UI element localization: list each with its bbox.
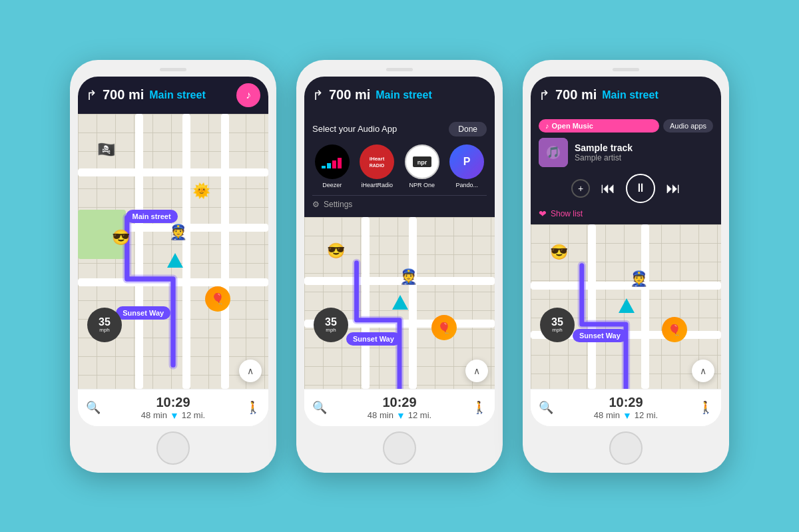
deezer-label: Deezer — [322, 182, 342, 188]
svg-rect-2 — [327, 163, 331, 168]
track-name-3: Sample track — [575, 142, 713, 153]
nprone-label: NPR One — [409, 182, 435, 188]
bottom-bar-2: 🔍 10:29 48 min ▼ 12 mi. 🚶 — [304, 389, 495, 426]
scroll-up-2[interactable]: ∧ — [465, 360, 488, 382]
heart-icon-3: ❤ — [539, 208, 547, 219]
time-display-2: 10:29 — [368, 395, 431, 410]
nav-bar-2: ↱ 700 mi Main street — [304, 77, 495, 114]
phone-speaker-3 — [613, 68, 639, 71]
balloon-emoji-3: 🎈 — [662, 317, 687, 342]
duration-3: 48 min — [594, 410, 620, 420]
np-track-row-3: 🎵 Sample track Sample artist — [539, 138, 713, 167]
phone-3: ↱ 700 mi Main street ♪ Open Music Audio … — [523, 60, 729, 473]
add-button-3[interactable]: + — [571, 179, 590, 198]
emoji-face-2: 😎 — [327, 242, 345, 260]
np-top-row-3: ♪ Open Music Audio apps — [539, 119, 713, 133]
open-music-button-3[interactable]: ♪ Open Music — [539, 119, 659, 133]
main-street-label-1: Main street — [126, 210, 178, 223]
nprone-app[interactable]: npr NPR One — [405, 144, 439, 188]
show-list-label-3: Show list — [551, 209, 583, 218]
phone-speaker-2 — [386, 68, 413, 71]
now-playing-panel-3: ♪ Open Music Audio apps 🎵 Sample track S… — [531, 114, 721, 224]
speed-unit-3: mph — [552, 328, 563, 333]
prev-button-3[interactable]: ⏮ — [601, 180, 615, 197]
svg-rect-1 — [322, 166, 326, 168]
pandora-app[interactable]: P Pando... — [449, 144, 484, 188]
svg-point-5 — [362, 147, 392, 176]
turn-icon-3: ↱ — [539, 87, 550, 103]
speed-number-3: 35 — [551, 317, 563, 328]
open-music-label-3: Open Music — [552, 122, 593, 130]
speed-badge-1: 35 mph — [87, 308, 122, 342]
nav-arrow-1 — [167, 253, 183, 268]
sunset-way-label-3: Sunset Way — [573, 329, 627, 342]
nav-bar-1: ↱ 700 mi Main street ♪ — [78, 77, 268, 114]
bottom-bar-1: 🔍 10:29 48 min ▼ 12 mi. 🚶 — [78, 389, 268, 426]
person-icon-3[interactable]: 🚶 — [698, 400, 713, 415]
svg-rect-3 — [332, 160, 336, 168]
audio-apps-button-3[interactable]: Audio apps — [663, 119, 713, 133]
scroll-up-3[interactable]: ∧ — [692, 360, 714, 382]
artist-name-3: Sample artist — [575, 153, 713, 162]
nav-arrow-2 — [392, 295, 408, 310]
balloon-emoji-1: 🎈 — [205, 286, 230, 312]
settings-label-2[interactable]: Settings — [324, 200, 352, 209]
pause-button-3[interactable]: ⏸ — [626, 174, 655, 203]
balloon-emoji-2: 🎈 — [431, 315, 457, 340]
nav-distance-3: 700 mi — [555, 87, 597, 103]
person-icon-2[interactable]: 🚶 — [472, 400, 487, 415]
np-controls-3: + ⏮ ⏸ ⏭ — [539, 174, 713, 203]
speed-unit-2: mph — [326, 328, 336, 333]
speed-badge-2: 35 mph — [314, 308, 348, 342]
iheartradio-app[interactable]: iHeart RADIO iHeartRadio — [360, 144, 394, 188]
phone-1: ↱ 700 mi Main street ♪ Main street Suns — [70, 60, 276, 473]
audio-panel-title-2: Select your Audio App — [312, 124, 397, 134]
phone-home-button-2[interactable] — [383, 431, 416, 465]
audio-apps-row-2: Deezer iHeart RADIO iHeartRadio — [312, 144, 487, 188]
sunset-way-label-1: Sunset Way — [116, 306, 170, 320]
emoji-sun-1: 🌞 — [192, 182, 210, 200]
emoji-police-2: 👮 — [400, 268, 417, 286]
audio-panel-2: Select your Audio App Done — [304, 114, 495, 217]
nav-bar-3: ↱ 700 mi Main street — [531, 77, 721, 114]
time-display-1: 10:29 — [141, 395, 205, 410]
phone-speaker-1 — [160, 68, 186, 71]
distance-1: 12 mi. — [182, 410, 205, 420]
audio-panel-header-2: Select your Audio App Done — [312, 122, 487, 136]
distance-2: 12 mi. — [408, 410, 431, 420]
done-button-2[interactable]: Done — [449, 122, 487, 136]
person-icon-1[interactable]: 🚶 — [246, 400, 260, 415]
nav-distance-2: 700 mi — [329, 87, 370, 103]
next-button-3[interactable]: ⏭ — [666, 180, 680, 197]
settings-gear-icon: ⚙ — [312, 200, 320, 209]
music-button-1[interactable]: ♪ — [236, 83, 260, 107]
route-info-3: 48 min ▼ 12 mi. — [594, 410, 658, 421]
nav-street-3: Main street — [602, 89, 713, 101]
route-info-1: 48 min ▼ 12 mi. — [141, 410, 205, 421]
np-show-list-3[interactable]: ❤ Show list — [539, 208, 713, 219]
search-icon-1[interactable]: 🔍 — [86, 400, 101, 415]
waze-logo-1: ▼ — [170, 410, 179, 421]
time-display-3: 10:29 — [594, 395, 658, 410]
speed-unit-1: mph — [99, 328, 110, 333]
album-art-3: 🎵 — [539, 138, 568, 167]
phone-home-button-3[interactable] — [609, 431, 643, 465]
sunset-way-label-2: Sunset Way — [346, 332, 401, 346]
svg-text:iHeart: iHeart — [370, 156, 385, 162]
np-track-info-3: Sample track Sample artist — [575, 142, 713, 162]
map-area-1: Main street Sunset Way 🏴‍☠️ 🌞 😎 👮 35 mph… — [78, 114, 268, 389]
nav-street-2: Main street — [376, 89, 487, 101]
deezer-app[interactable]: Deezer — [315, 144, 350, 188]
phone-2: ↱ 700 mi Main street Select your Audio A… — [296, 60, 503, 473]
pandora-label: Pando... — [455, 182, 478, 188]
svg-text:P: P — [463, 156, 471, 167]
waze-logo-3: ▼ — [623, 410, 632, 421]
nav-distance-1: 700 mi — [103, 87, 144, 103]
emoji-police-3: 👮 — [630, 270, 648, 288]
phone-screen-1: ↱ 700 mi Main street ♪ Main street Suns — [78, 77, 268, 426]
phone-home-button-1[interactable] — [156, 431, 190, 465]
scroll-up-1[interactable]: ∧ — [239, 360, 262, 382]
emoji-face-1: 😎 — [112, 229, 130, 246]
search-icon-2[interactable]: 🔍 — [312, 400, 327, 415]
search-icon-3[interactable]: 🔍 — [539, 400, 553, 415]
